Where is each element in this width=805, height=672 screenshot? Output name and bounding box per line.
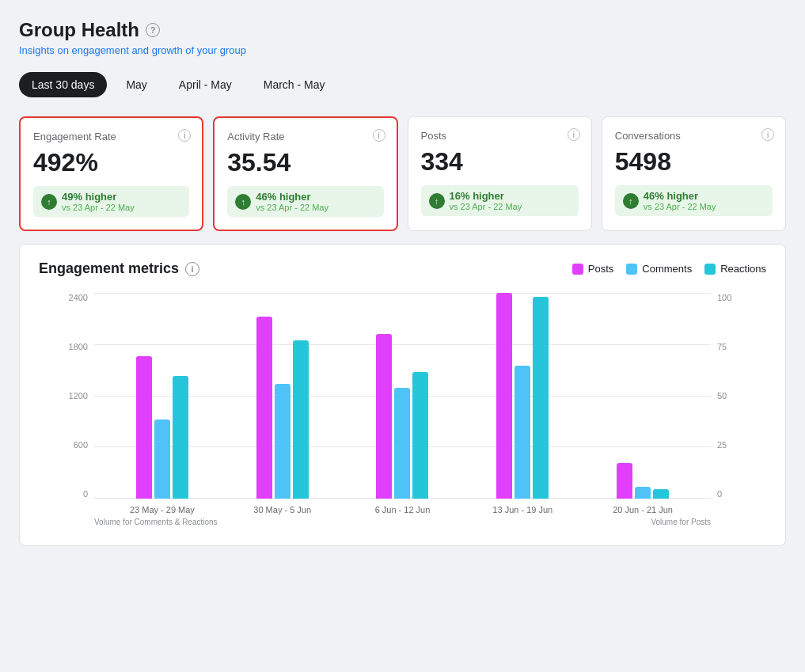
chart-header: Engagement metrics i Posts Comments Reac…: [39, 260, 766, 277]
metric-card-engagement: i Engagement Rate 492% ↑ 49% higher vs 2…: [19, 116, 203, 231]
metric-card-activity: i Activity Rate 35.54 ↑ 46% higher vs 23…: [213, 116, 397, 231]
chart-section: Engagement metrics i Posts Comments Reac…: [19, 244, 786, 546]
x-label-3: 13 Jun - 19 Jun: [462, 505, 583, 514]
chart-help-icon[interactable]: i: [185, 262, 199, 276]
chart-wrapper: 2400 1800 1200 600 0: [39, 293, 766, 526]
help-icon[interactable]: ?: [146, 23, 160, 37]
subtitle: Insights on engagement and growth of you…: [19, 44, 786, 56]
metric-card-posts: i Posts 334 ↑ 16% higher vs 23 Apr - 22 …: [408, 116, 592, 231]
x-label-1: 30 May - 5 Jun: [222, 505, 343, 514]
bar-comments-2: [394, 388, 410, 499]
engagement-badge-text: 49% higher vs 23 Apr - 22 May: [62, 191, 135, 212]
bar-group-4: [595, 463, 690, 499]
activity-value: 35.54: [227, 149, 383, 177]
chart-bars-area: 23 May - 29 May 30 May - 5 Jun 6 Jun - 1…: [94, 293, 711, 514]
x-label-0: 23 May - 29 May: [102, 505, 222, 514]
x-labels: 23 May - 29 May 30 May - 5 Jun 6 Jun - 1…: [94, 505, 711, 514]
chart-inner: 2400 1800 1200 600 0: [55, 293, 750, 514]
bar-group-3: [475, 293, 570, 499]
bar-group-2: [355, 334, 450, 499]
posts-label: Posts: [421, 130, 579, 142]
conversations-badge-text: 46% higher vs 23 Apr - 22 May: [644, 190, 716, 211]
legend-comments: Comments: [626, 263, 692, 275]
bar-group-0: [115, 356, 210, 499]
chart-title-text: Engagement metrics: [39, 260, 179, 277]
posts-badge-text: 16% higher vs 23 Apr - 22 May: [450, 190, 522, 211]
bar-posts-1: [256, 317, 272, 499]
activity-arrow: ↑: [235, 194, 251, 210]
page-container: Group Health ? Insights on engagement an…: [19, 19, 786, 546]
tab-april-may[interactable]: April - May: [166, 72, 245, 97]
bar-posts-0: [136, 356, 152, 499]
engagement-label: Engagement Rate: [33, 131, 189, 142]
activity-badge: ↑ 46% higher vs 23 Apr - 22 May: [227, 186, 383, 217]
metrics-cards: i Engagement Rate 492% ↑ 49% higher vs 2…: [19, 116, 786, 231]
bar-reactions-4: [653, 489, 669, 499]
y-right-label: Volume for Posts: [651, 518, 711, 526]
title-text: Group Health: [19, 19, 139, 41]
conversations-arrow: ↑: [623, 193, 639, 209]
posts-sub: vs 23 Apr - 22 May: [450, 202, 522, 211]
engagement-pct: 49% higher: [62, 191, 135, 203]
axis-labels-row: Volume for Comments & Reactions Volume f…: [55, 518, 750, 526]
engagement-arrow: ↑: [41, 194, 57, 210]
activity-badge-text: 46% higher vs 23 Apr - 22 May: [256, 191, 328, 212]
bars-container: [94, 293, 711, 499]
bar-posts-3: [496, 293, 512, 499]
x-label-4: 20 Jun - 21 Jun: [583, 505, 703, 514]
info-icon-posts[interactable]: i: [568, 128, 580, 141]
conversations-value: 5498: [615, 148, 773, 176]
bar-reactions-0: [173, 376, 188, 499]
conversations-badge: ↑ 46% higher vs 23 Apr - 22 May: [615, 185, 773, 216]
conversations-label: Conversations: [615, 130, 773, 142]
info-icon-conversations[interactable]: i: [761, 128, 774, 141]
bar-comments-0: [154, 420, 170, 499]
tab-may[interactable]: May: [113, 72, 159, 97]
engagement-sub: vs 23 Apr - 22 May: [62, 203, 135, 212]
legend-label-posts: Posts: [588, 263, 614, 275]
activity-label: Activity Rate: [227, 131, 383, 142]
conversations-sub: vs 23 Apr - 22 May: [644, 202, 716, 211]
posts-arrow: ↑: [429, 193, 445, 209]
filter-tabs: Last 30 days May April - May March - May: [19, 72, 786, 97]
y-left-label: Volume for Comments & Reactions: [94, 518, 218, 526]
activity-sub: vs 23 Apr - 22 May: [256, 203, 328, 212]
chart-legend: Posts Comments Reactions: [572, 263, 766, 275]
y-axis-left: 2400 1800 1200 600 0: [55, 293, 94, 514]
posts-pct: 16% higher: [450, 190, 522, 202]
posts-value: 334: [421, 148, 579, 176]
tab-last30[interactable]: Last 30 days: [19, 72, 107, 97]
legend-dot-comments: [626, 264, 637, 275]
bar-posts-2: [376, 334, 392, 499]
y-axis-right: 100 75 50 25 0: [711, 293, 750, 514]
bar-group-1: [235, 317, 330, 499]
chart-title: Engagement metrics i: [39, 260, 199, 277]
legend-reactions: Reactions: [704, 263, 766, 275]
posts-badge: ↑ 16% higher vs 23 Apr - 22 May: [421, 185, 579, 216]
engagement-badge: ↑ 49% higher vs 23 Apr - 22 May: [33, 186, 189, 217]
bar-reactions-2: [412, 372, 428, 499]
info-icon-activity[interactable]: i: [373, 129, 385, 142]
bar-comments-4: [635, 487, 651, 499]
conversations-pct: 46% higher: [644, 190, 716, 202]
bar-reactions-1: [293, 340, 309, 499]
bar-comments-3: [515, 366, 530, 499]
x-label-2: 6 Jun - 12 Jun: [343, 505, 463, 514]
legend-dot-reactions: [704, 264, 716, 275]
bar-posts-4: [617, 463, 632, 499]
metric-card-conversations: i Conversations 5498 ↑ 46% higher vs 23 …: [602, 116, 786, 231]
activity-pct: 46% higher: [256, 191, 328, 203]
legend-dot-posts: [572, 264, 583, 275]
engagement-value: 492%: [33, 149, 189, 177]
bar-comments-1: [275, 384, 290, 499]
tab-march-may[interactable]: March - May: [251, 72, 338, 97]
bar-reactions-3: [533, 297, 549, 499]
page-title: Group Health ?: [19, 19, 786, 41]
legend-label-comments: Comments: [642, 263, 692, 275]
legend-label-reactions: Reactions: [720, 263, 766, 275]
legend-posts: Posts: [572, 263, 614, 275]
